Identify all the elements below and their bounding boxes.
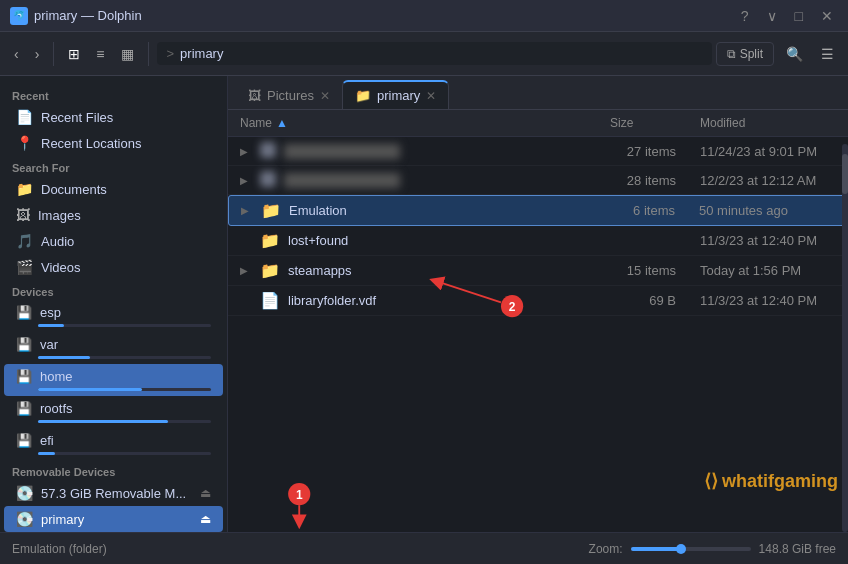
minimize-button[interactable]: ∨ [762, 6, 782, 26]
col-name[interactable]: Name ▲ [228, 116, 598, 130]
removable-icon: 💽 [16, 485, 33, 501]
tab-icon-pictures: 🖼 [248, 88, 261, 103]
file-row-emulation[interactable]: ▶ 📁 Emulation 6 items 50 minutes ago [228, 195, 848, 226]
sidebar-item-videos[interactable]: 🎬 Videos [4, 254, 223, 280]
file-row[interactable]: ▶ 🖼 blurredname222222 28 items 12/2/23 a… [228, 166, 848, 195]
sidebar-item-recent-locations[interactable]: 📍 Recent Locations [4, 130, 223, 156]
titlebar: 🐬 primary — Dolphin ? ∨ □ ✕ [0, 0, 848, 32]
split-label: Split [740, 47, 763, 61]
file-name: steamapps [288, 263, 352, 278]
watermark-text: whatifgaming [722, 471, 838, 492]
sidebar-item-images[interactable]: 🖼 Images [4, 202, 223, 228]
sidebar-device-efi[interactable]: 💾 efi [4, 428, 223, 460]
scrollbar-track[interactable] [842, 144, 848, 532]
sidebar-item-audio[interactable]: 🎵 Audio [4, 228, 223, 254]
back-button[interactable]: ‹ [8, 42, 25, 66]
expand-icon: ▶ [240, 175, 252, 186]
file-header: Name ▲ Size Modified [228, 110, 848, 137]
sidebar-removable-primary[interactable]: 💽 primary ⏏ [4, 506, 223, 532]
folder-icon: 🖼 [260, 171, 276, 189]
close-button[interactable]: ✕ [816, 6, 838, 26]
file-size: 15 items [598, 263, 688, 278]
tab-icon-primary: 📁 [355, 88, 371, 103]
device-label: var [40, 337, 58, 352]
zoom-label: Zoom: [589, 542, 623, 556]
zoom-fill [631, 547, 679, 551]
images-icon: 🖼 [16, 207, 30, 223]
folder-icon: 📁 [260, 261, 280, 280]
tab-label: Pictures [267, 88, 314, 103]
device-label: esp [40, 305, 61, 320]
toolbar: ‹ › ⊞ ≡ ▦ > primary ⧉ Split 🔍 ☰ [0, 32, 848, 76]
tab-label: primary [377, 88, 420, 103]
file-name: blurredname111111 [284, 144, 400, 159]
sidebar-item-documents[interactable]: 📁 Documents [4, 176, 223, 202]
toolbar-separator-2 [148, 42, 149, 66]
expand-icon: ▶ [240, 235, 252, 246]
expand-icon: ▶ [241, 205, 253, 216]
statusbar: Emulation (folder) Zoom: 148.8 GiB free [0, 532, 848, 564]
maximize-button[interactable]: □ [790, 6, 808, 26]
sidebar-removable-1[interactable]: 💽 57.3 GiB Removable M... ⏏ [4, 480, 223, 506]
statusbar-left: Emulation (folder) [12, 542, 107, 556]
col-modified[interactable]: Modified [688, 116, 848, 130]
tab-primary[interactable]: 📁 primary ✕ [342, 80, 449, 109]
file-modified: 11/3/23 at 12:40 PM [688, 293, 848, 308]
scrollbar-thumb[interactable] [842, 154, 848, 194]
file-size: 6 items [597, 203, 687, 218]
split-button[interactable]: ⧉ Split [716, 42, 774, 66]
sidebar-item-label: Images [38, 208, 81, 223]
file-row[interactable]: ▶ 📄 libraryfolder.vdf 69 B 11/3/23 at 12… [228, 286, 848, 316]
file-modified: 11/24/23 at 9:01 PM [688, 144, 848, 159]
folder-icon: 📁 [261, 201, 281, 220]
file-row[interactable]: ▶ 📁 steamapps 15 items Today at 1:56 PM [228, 256, 848, 286]
sidebar-item-label: Recent Locations [41, 136, 141, 151]
help-button[interactable]: ? [736, 6, 754, 26]
eject-icon[interactable]: ⏏ [200, 486, 211, 500]
detail-view-button[interactable]: ≡ [90, 42, 110, 66]
icon-view-button[interactable]: ⊞ [62, 42, 86, 66]
sidebar-device-home[interactable]: 💾 home [4, 364, 223, 396]
file-icon: 📄 [16, 109, 33, 125]
sidebar-device-rootfs[interactable]: 💾 rootfs [4, 396, 223, 428]
tab-close-pictures[interactable]: ✕ [320, 89, 330, 103]
toolbar-separator-1 [53, 42, 54, 66]
device-icon: 💾 [16, 401, 32, 416]
device-icon: 💾 [16, 433, 32, 448]
documents-icon: 📁 [16, 181, 33, 197]
folder-icon: 📁 [260, 231, 280, 250]
expand-icon: ▶ [240, 265, 252, 276]
split-icon: ⧉ [727, 47, 736, 61]
watermark-icon: ⟨⟩ [704, 470, 718, 492]
section-recent: Recent [0, 84, 227, 104]
removable-icon: 💽 [16, 511, 33, 527]
statusbar-right: Zoom: 148.8 GiB free [589, 542, 836, 556]
search-button[interactable]: 🔍 [780, 42, 809, 66]
window-title: primary — Dolphin [34, 8, 142, 23]
col-size[interactable]: Size [598, 116, 688, 130]
zoom-thumb[interactable] [676, 544, 686, 554]
device-label: rootfs [40, 401, 73, 416]
status-info: Emulation (folder) [12, 542, 107, 556]
sidebar-item-recent-files[interactable]: 📄 Recent Files [4, 104, 223, 130]
content-area: 🖼 Pictures ✕ 📁 primary ✕ Name [228, 76, 848, 532]
device-label: efi [40, 433, 54, 448]
forward-button[interactable]: › [29, 42, 46, 66]
sidebar-device-var[interactable]: 💾 var [4, 332, 223, 364]
eject-icon-primary[interactable]: ⏏ [200, 512, 211, 526]
sidebar-item-label: Documents [41, 182, 107, 197]
sidebar-device-esp[interactable]: 💾 esp [4, 300, 223, 332]
tab-close-primary[interactable]: ✕ [426, 89, 436, 103]
file-name: Emulation [289, 203, 347, 218]
file-row[interactable]: ▶ 🖼 blurredname111111 27 items 11/24/23 … [228, 137, 848, 166]
zoom-slider[interactable] [631, 547, 751, 551]
location-bar[interactable]: > primary [157, 42, 712, 65]
tab-pictures[interactable]: 🖼 Pictures ✕ [236, 82, 342, 109]
sidebar-item-label: Videos [41, 260, 81, 275]
tab-bar: 🖼 Pictures ✕ 📁 primary ✕ [228, 76, 848, 110]
device-icon: 💾 [16, 369, 32, 384]
file-row[interactable]: ▶ 📁 lost+found 11/3/23 at 12:40 PM [228, 226, 848, 256]
compact-view-button[interactable]: ▦ [115, 42, 140, 66]
menu-button[interactable]: ☰ [815, 42, 840, 66]
toolbar-right: ⧉ Split 🔍 ☰ [716, 42, 840, 66]
